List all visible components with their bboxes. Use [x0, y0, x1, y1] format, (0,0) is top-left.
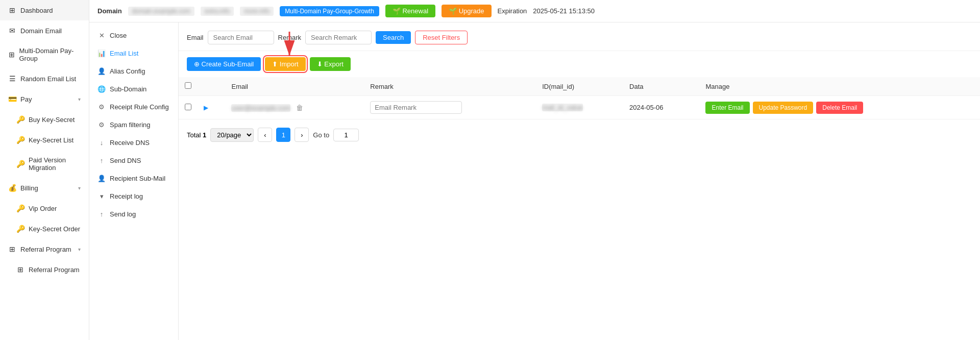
sidebar-item-label: Referral Program: [29, 266, 80, 274]
page-size-select[interactable]: 20/page 10/page 50/page: [210, 128, 254, 142]
row-manage-cell: Enter Email Update Password Delete Email: [699, 96, 980, 119]
sidebar-item-domain-email[interactable]: ✉ Domain Email: [0, 20, 89, 41]
filter-bar: Email Remark Search Reset Filters: [179, 22, 980, 51]
row-mail-id-cell: mail_id_value: [536, 96, 623, 119]
remark-filter-label: Remark: [278, 34, 302, 41]
send-log-icon: ↑: [97, 210, 106, 218]
table-row: ▶ user@example.com 🗑 mail_: [179, 96, 980, 119]
page-1-button[interactable]: 1: [276, 128, 290, 142]
remark-input[interactable]: [370, 101, 462, 114]
expand-button[interactable]: ▶: [204, 104, 208, 111]
row-email-cell: user@example.com 🗑: [225, 96, 364, 119]
next-page-button[interactable]: ›: [295, 128, 309, 142]
pagination: Total 1 20/page 10/page 50/page ‹ 1 › Go…: [179, 119, 980, 150]
nav-item-alias-config[interactable]: 👤 Alias Config: [89, 62, 178, 80]
close-icon: ✕: [97, 32, 106, 39]
alias-icon: 👤: [97, 67, 106, 75]
sidebar-item-label: Billing: [20, 184, 38, 192]
sidebar-item-label: Vip Order: [29, 205, 57, 212]
sidebar-item-key-secret-list[interactable]: 🔑 Key-Secret List: [0, 130, 89, 150]
renewal-button[interactable]: 🌱 Renewal: [385, 5, 435, 17]
sidebar-item-label: Random Email List: [20, 75, 76, 83]
row-checkbox-cell: [179, 96, 198, 119]
export-button[interactable]: ⬇ Export: [310, 57, 351, 71]
select-all-checkbox[interactable]: [185, 82, 191, 89]
sidebar-item-dashboard[interactable]: ⊞ Dashboard: [0, 0, 89, 20]
nav-item-spam[interactable]: ⚙ Spam filtering: [89, 116, 178, 134]
manage-buttons: Enter Email Update Password Delete Email: [705, 102, 974, 114]
nav-item-receipt-rule[interactable]: ⚙ Receipt Rule Config: [89, 98, 178, 116]
referral2-icon: ⊞: [16, 265, 24, 274]
vip-icon: 🔑: [16, 204, 24, 212]
nav-item-send-dns[interactable]: ↑ Send DNS: [89, 152, 178, 169]
remark-search-input[interactable]: [305, 31, 372, 44]
nav-item-label: Spam filtering: [110, 121, 150, 129]
update-password-button[interactable]: Update Password: [753, 102, 814, 114]
expiry-label: Expiration: [498, 7, 527, 15]
sidebar: ⊞ Dashboard ✉ Domain Email ⊞ Multi-Domai…: [0, 0, 89, 340]
chevron-down-icon: ▾: [78, 96, 81, 102]
nav-item-recipient-sub-mail[interactable]: 👤 Recipient Sub-Mail: [89, 169, 178, 187]
sidebar-item-random-email[interactable]: ☰ Random Email List: [0, 68, 89, 89]
multi-domain-icon: ⊞: [8, 51, 15, 59]
table-header-expand: [198, 77, 225, 96]
chevron-down-icon: ▾: [78, 185, 81, 191]
email-search-input[interactable]: [208, 31, 274, 44]
import-button[interactable]: ⬆ Import: [265, 57, 305, 71]
nav-item-label: Receive DNS: [110, 139, 150, 147]
sidebar-item-referral2[interactable]: ⊞ Referral Program: [0, 259, 89, 280]
goto-input[interactable]: [333, 129, 359, 141]
left-nav: ✕ Close 📊 Email List 👤 Alias Config 🌐 Su…: [89, 22, 179, 340]
version-badge: Multi-Domain Pay-Group-Growth: [280, 6, 379, 16]
upgrade-button[interactable]: 🌱 Upgrade: [442, 5, 491, 17]
sidebar-item-billing[interactable]: 💰 Billing ▾: [0, 178, 89, 198]
nav-item-receive-dns[interactable]: ↓ Receive DNS: [89, 134, 178, 152]
sidebar-item-multi-domain[interactable]: ⊞ Multi-Domain Pay-Group: [0, 41, 89, 68]
main-area: Domain domain.example.com extra.info mor…: [89, 0, 980, 340]
sidebar-item-pay[interactable]: 💳 Pay ▾: [0, 89, 89, 109]
sidebar-item-key-secret-order[interactable]: 🔑 Key-Secret Order: [0, 218, 89, 239]
receipt-rule-icon: ⚙: [97, 103, 106, 111]
reset-filters-button[interactable]: Reset Filters: [415, 31, 468, 44]
sidebar-item-buy-key-secret[interactable]: 🔑 Buy Key-Secret: [0, 109, 89, 130]
sidebar-item-paid-version[interactable]: 🔑 Paid Version Migration: [0, 150, 89, 178]
search-button[interactable]: Search: [376, 31, 411, 44]
table-header-email: Email: [225, 77, 364, 96]
chart-icon: 📊: [97, 50, 106, 57]
subdomain-icon: 🌐: [97, 85, 106, 93]
total-label: Total 1: [187, 131, 206, 139]
nav-item-send-log[interactable]: ↑ Send log: [89, 205, 178, 223]
referral-icon: ⊞: [8, 245, 16, 253]
key-list-icon: 🔑: [16, 136, 24, 144]
delete-row-icon[interactable]: 🗑: [296, 104, 303, 112]
row-checkbox[interactable]: [185, 104, 191, 110]
domain-extra-value: extra.info: [201, 7, 234, 16]
create-sub-email-button[interactable]: ⊕ Create Sub-Email: [187, 57, 261, 71]
nav-item-email-list[interactable]: 📊 Email List: [89, 44, 178, 62]
enter-email-button[interactable]: Enter Email: [705, 102, 749, 114]
nav-item-label: Sub-Domain: [110, 85, 146, 93]
nav-item-label: Email List: [110, 50, 138, 57]
nav-item-label: Close: [110, 32, 127, 39]
table-header-manage: Manage: [699, 77, 980, 96]
main-panel: Email Remark Search Reset Filters ⊕ Crea…: [179, 22, 980, 340]
delete-email-button[interactable]: Delete Email: [816, 102, 863, 114]
nav-item-sub-domain[interactable]: 🌐 Sub-Domain: [89, 80, 178, 98]
nav-item-close[interactable]: ✕ Close: [89, 27, 178, 44]
prev-page-button[interactable]: ‹: [258, 128, 272, 142]
sidebar-item-referral[interactable]: ⊞ Referral Program ▾: [0, 239, 89, 259]
order-icon: 🔑: [16, 225, 24, 233]
sidebar-item-label: Dashboard: [20, 7, 53, 14]
row-remark-cell: [364, 96, 536, 119]
pay-icon: 💳: [8, 95, 16, 103]
nav-item-label: Receipt log: [110, 192, 143, 200]
billing-icon: 💰: [8, 184, 16, 192]
sidebar-item-label: Domain Email: [20, 27, 62, 35]
domain-extra-value2: more.info: [240, 7, 274, 16]
sidebar-item-vip-order[interactable]: 🔑 Vip Order: [0, 198, 89, 218]
nav-item-receipt-log[interactable]: ▾ Receipt log: [89, 187, 178, 205]
spam-icon: ⚙: [97, 121, 106, 129]
import-button-wrapper: ⬆ Import: [265, 57, 305, 71]
table-header-mail-id: ID(mail_id): [536, 77, 623, 96]
sidebar-item-label: Key-Secret Order: [29, 225, 80, 233]
